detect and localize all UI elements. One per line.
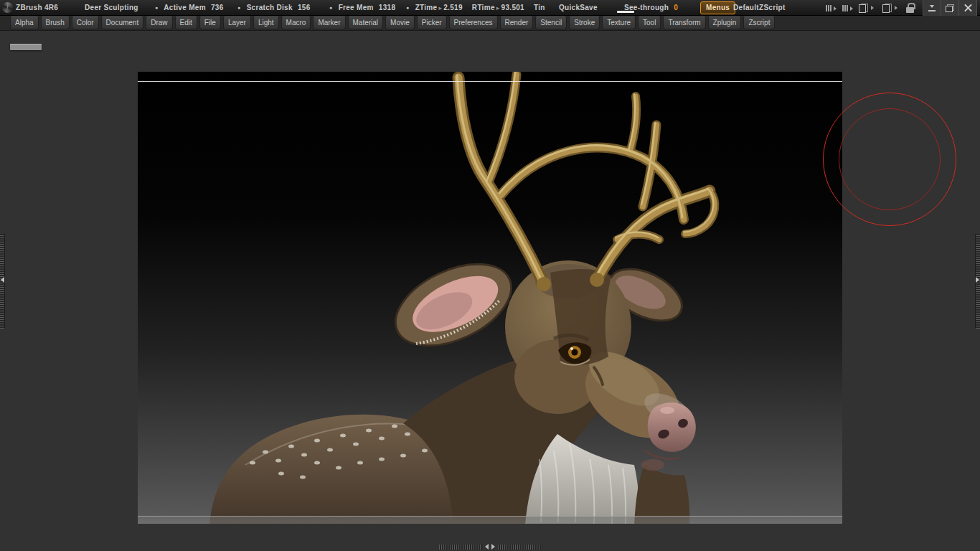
lock-icon[interactable] [906, 3, 914, 13]
bottom-scrollbar[interactable] [439, 543, 541, 550]
close-button[interactable] [959, 0, 977, 16]
menu-item-color[interactable]: Color [72, 17, 99, 29]
menu-item-zscript[interactable]: Zscript [743, 17, 775, 29]
deer-left-ear [383, 248, 524, 362]
window-buttons [923, 0, 977, 16]
restore-button[interactable] [941, 0, 959, 16]
document-bottom-strip [138, 517, 842, 524]
menu-item-movie[interactable]: Movie [385, 17, 415, 29]
app-title: ZBrush 4R6 [16, 4, 58, 11]
right-arrow-icon [976, 277, 979, 283]
menu-item-document[interactable]: Document [101, 17, 144, 29]
menu-item-render[interactable]: Render [500, 17, 534, 29]
close-icon [964, 4, 972, 12]
document-title: Deer Sculpting [85, 4, 138, 11]
menus-toggle-button[interactable]: Menus [700, 1, 735, 14]
left-arrow-icon [1, 277, 4, 283]
time-readout: ZTime2.519 RTime93.501 Tin [406, 4, 545, 11]
triangle-separator-icon [895, 6, 897, 10]
titlebar-icons [826, 0, 977, 16]
zbrush-logo-icon [2, 2, 13, 13]
menu-item-tool[interactable]: Tool [638, 17, 661, 29]
menu-item-alpha[interactable]: Alpha [10, 17, 39, 29]
scratch-disk-readout: Scratch Disk 156 [237, 4, 311, 11]
menu-item-texture[interactable]: Texture [602, 17, 636, 29]
active-mem-readout: Active Mem 736 [155, 4, 224, 11]
see-through-control[interactable]: See-through 0 [624, 4, 678, 11]
paste-document-icon[interactable] [882, 4, 892, 13]
left-tray-handle[interactable] [0, 234, 5, 329]
menu-item-layer[interactable]: Layer [223, 17, 251, 29]
free-mem-readout: Free Mem 1318 [329, 4, 395, 11]
triangle-separator-icon [871, 6, 874, 10]
menu-item-edit[interactable]: Edit [175, 17, 197, 29]
menu-item-file[interactable]: File [199, 17, 221, 29]
menu-item-transform[interactable]: Transform [663, 17, 705, 29]
mini-scrollbar[interactable] [10, 44, 42, 50]
brush-cursor [823, 93, 956, 226]
menu-item-light[interactable]: Light [253, 17, 279, 29]
quicksave-button[interactable]: QuickSave [559, 4, 598, 11]
minimize-icon [928, 4, 936, 11]
deer-antlers [457, 72, 715, 291]
deer-shoulder [634, 465, 689, 524]
menu-item-draw[interactable]: Draw [146, 17, 172, 29]
doc-scroll-right-icon[interactable] [842, 5, 849, 11]
title-bar: ZBrush 4R6 Deer Sculpting Active Mem 736… [0, 0, 980, 16]
menu-item-picker[interactable]: Picker [417, 17, 447, 29]
menu-item-preferences[interactable]: Preferences [449, 17, 498, 29]
triangle-separator-icon [437, 4, 443, 11]
menu-item-stencil[interactable]: Stencil [535, 17, 567, 29]
triangle-separator-icon [495, 4, 501, 11]
menu-item-stroke[interactable]: Stroke [569, 17, 600, 29]
minimize-button[interactable] [923, 0, 941, 16]
right-tray-handle[interactable] [975, 234, 980, 329]
scroll-left-arrow-icon[interactable] [485, 544, 489, 550]
scroll-right-arrow-icon[interactable] [491, 544, 495, 550]
menu-item-marker[interactable]: Marker [313, 17, 345, 29]
document-canvas[interactable] [138, 72, 842, 524]
scrollbar-track[interactable] [498, 545, 541, 550]
default-zscript-button[interactable]: DefaultZScript [733, 4, 786, 11]
restore-icon [946, 4, 954, 12]
menu-bar: Alpha Brush Color Document Draw Edit Fil… [0, 16, 980, 31]
menu-item-brush[interactable]: Brush [41, 17, 70, 29]
scrollbar-track[interactable] [439, 545, 482, 550]
menu-item-zplugin[interactable]: Zplugin [708, 17, 742, 29]
doc-scroll-left-icon[interactable] [826, 5, 832, 11]
zbrush-window: ZBrush 4R6 Deer Sculpting Active Mem 736… [0, 0, 980, 551]
menu-item-macro[interactable]: Macro [281, 17, 311, 29]
deer-model-render [138, 72, 842, 524]
menu-item-material[interactable]: Material [348, 17, 384, 29]
copy-document-icon[interactable] [859, 4, 868, 13]
document-top-border [138, 81, 842, 82]
